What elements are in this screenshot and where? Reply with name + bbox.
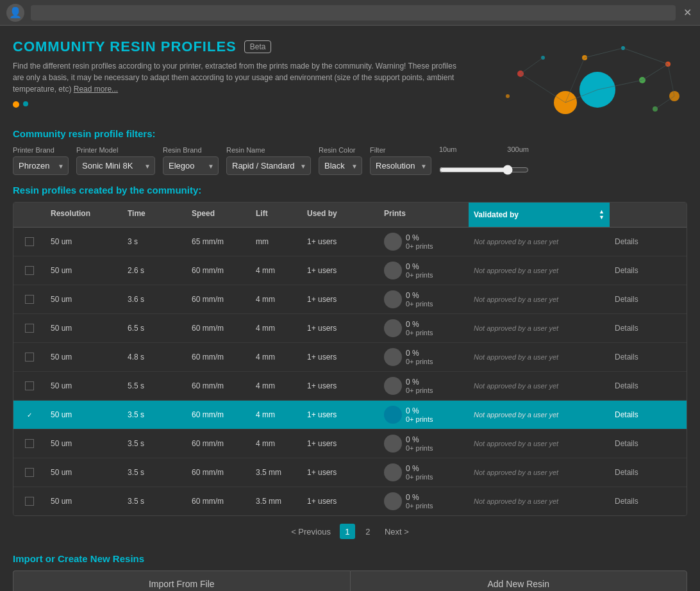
prev-page-button[interactable]: < Previous	[287, 526, 335, 538]
row-checkbox[interactable]	[13, 261, 46, 280]
row-validated-by: Not approved by a user yet	[469, 377, 610, 395]
table-row[interactable]: 50 um6.5 s60 mm/m4 mm1+ users0 %0+ print…	[13, 314, 687, 343]
resin-brand-select[interactable]: Elegoo Anycubic	[163, 156, 219, 175]
page-title: COMMUNITY RESIN PROFILES	[13, 38, 237, 55]
range-slider[interactable]	[439, 165, 529, 175]
row-lift: 4 mm	[251, 347, 302, 367]
avatar[interactable]: 👤	[6, 4, 24, 22]
table-row[interactable]: 50 um3.5 s60 mm/m3.5 mm1+ users0 %0+ pri…	[13, 487, 687, 515]
th-lift: Lift	[251, 203, 302, 227]
row-lift: 4 mm	[251, 376, 302, 395]
svg-line-12	[623, 48, 668, 64]
row-checkbox[interactable]	[13, 347, 46, 367]
row-checkbox[interactable]	[13, 290, 46, 309]
row-lift: 3.5 mm	[251, 492, 302, 511]
table-header: Resolution Time Speed Lift Used by Print…	[13, 203, 687, 228]
row-details-button[interactable]: Details	[610, 290, 661, 309]
resin-name-select-wrapper[interactable]: Rapid / Standard ABS-Like	[226, 156, 311, 175]
row-speed: 60 mm/m	[187, 290, 251, 309]
printer-model-select-wrapper[interactable]: Sonic Mini 8K Sonic Mega 8K	[76, 156, 155, 175]
row-prints: 0 %0+ prints	[379, 401, 469, 429]
resin-name-label: Resin Name	[226, 146, 311, 154]
svg-line-18	[521, 58, 543, 74]
titlebar: 👤 ✕	[0, 0, 700, 26]
row-used-by: 1+ users	[302, 376, 379, 395]
th-prints: Prints	[379, 203, 469, 227]
add-new-resin-button[interactable]: Add New Resin	[350, 570, 688, 591]
th-time: Time	[122, 203, 187, 227]
read-more-link[interactable]: Read more...	[74, 85, 118, 94]
row-validated-by: Not approved by a user yet	[469, 319, 610, 337]
row-checkbox[interactable]	[13, 319, 46, 338]
close-button[interactable]: ✕	[681, 6, 694, 19]
row-time: 3.5 s	[122, 405, 187, 424]
printer-brand-group: Printer Brand Phrozen Elegoo Anycubic	[13, 146, 69, 175]
import-from-file-button[interactable]: Import From File	[13, 570, 350, 591]
main-content: COMMUNITY RESIN PROFILES Beta Find the d…	[0, 26, 700, 591]
dot-orange	[13, 101, 19, 108]
table-row[interactable]: 50 um2.6 s60 mm/m4 mm1+ users0 %0+ print…	[13, 256, 687, 285]
printer-model-group: Printer Model Sonic Mini 8K Sonic Mega 8…	[76, 146, 155, 175]
row-speed: 60 mm/m	[187, 434, 251, 453]
row-checkbox[interactable]: ✓	[13, 405, 46, 424]
row-details-button[interactable]: Details	[610, 376, 661, 395]
import-section: Import or Create New Resins Import From …	[13, 553, 687, 591]
range-wrapper: 10um 300um	[439, 146, 529, 175]
next-page-button[interactable]: Next >	[381, 526, 413, 538]
th-details	[610, 203, 661, 227]
table-row[interactable]: ✓50 um3.5 s60 mm/m4 mm1+ users0 %0+ prin…	[13, 401, 687, 429]
row-checkbox[interactable]	[13, 376, 46, 395]
table-body: 50 um3 s65 mm/mmm1+ users0 %0+ printsNot…	[13, 228, 687, 515]
row-resolution: 50 um	[46, 434, 122, 453]
header-left: COMMUNITY RESIN PROFILES Beta Find the d…	[13, 38, 482, 108]
row-details-button[interactable]: Details	[610, 319, 661, 338]
printer-model-label: Printer Model	[76, 146, 155, 154]
page-1-button[interactable]: 1	[340, 524, 355, 539]
row-details-button[interactable]: Details	[610, 347, 661, 367]
row-validated-by: Not approved by a user yet	[469, 262, 610, 279]
printer-brand-select[interactable]: Phrozen Elegoo Anycubic	[13, 156, 69, 175]
row-lift: 4 mm	[251, 319, 302, 338]
row-speed: 60 mm/m	[187, 463, 251, 482]
row-used-by: 1+ users	[302, 261, 379, 280]
row-validated-by: Not approved by a user yet	[469, 348, 610, 366]
filter-group: Filter Resolution Time Speed	[370, 146, 431, 175]
th-validated-by[interactable]: Validated by ▲ ▼	[469, 203, 610, 227]
row-checkbox[interactable]	[13, 463, 46, 482]
row-details-button[interactable]: Details	[610, 232, 661, 251]
table-row[interactable]: 50 um3 s65 mm/mmm1+ users0 %0+ printsNot…	[13, 228, 687, 256]
row-details-button[interactable]: Details	[610, 463, 661, 482]
filter-select[interactable]: Resolution Time Speed	[370, 156, 431, 175]
row-checkbox[interactable]	[13, 492, 46, 511]
svg-line-13	[642, 64, 668, 80]
resin-color-select-wrapper[interactable]: Black White Clear	[319, 156, 362, 175]
th-checkbox	[13, 203, 46, 227]
row-details-button[interactable]: Details	[610, 261, 661, 280]
table-row[interactable]: 50 um3.5 s60 mm/m4 mm1+ users0 %0+ print…	[13, 429, 687, 458]
row-details-button[interactable]: Details	[610, 434, 661, 453]
table-row[interactable]: 50 um5.5 s60 mm/m4 mm1+ users0 %0+ print…	[13, 372, 687, 401]
resin-color-label: Resin Color	[319, 146, 362, 154]
printer-model-select[interactable]: Sonic Mini 8K Sonic Mega 8K	[76, 156, 155, 175]
resin-brand-select-wrapper[interactable]: Elegoo Anycubic	[163, 156, 219, 175]
page-2-button[interactable]: 2	[360, 524, 376, 539]
row-details-button[interactable]: Details	[610, 492, 661, 511]
row-resolution: 50 um	[46, 261, 122, 280]
filter-label: Filter	[370, 146, 431, 154]
filter-select-wrapper[interactable]: Resolution Time Speed	[370, 156, 431, 175]
printer-brand-select-wrapper[interactable]: Phrozen Elegoo Anycubic	[13, 156, 69, 175]
row-time: 5.5 s	[122, 376, 187, 395]
table-row[interactable]: 50 um4.8 s60 mm/m4 mm1+ users0 %0+ print…	[13, 343, 687, 372]
range-max-label: 300um	[460, 146, 529, 153]
row-validated-by: Not approved by a user yet	[469, 290, 610, 308]
resin-name-select[interactable]: Rapid / Standard ABS-Like	[226, 156, 311, 175]
row-details-button[interactable]: Details	[610, 405, 661, 424]
svg-line-20	[668, 64, 674, 96]
row-lift: 3.5 mm	[251, 463, 302, 482]
row-checkbox[interactable]	[13, 232, 46, 251]
table-section-title: Resin profiles created by the community:	[13, 185, 687, 196]
table-row[interactable]: 50 um3.6 s60 mm/m4 mm1+ users0 %0+ print…	[13, 285, 687, 314]
resin-color-select[interactable]: Black White Clear	[319, 156, 362, 175]
table-row[interactable]: 50 um3.5 s60 mm/m3.5 mm1+ users0 %0+ pri…	[13, 458, 687, 487]
row-checkbox[interactable]	[13, 434, 46, 453]
